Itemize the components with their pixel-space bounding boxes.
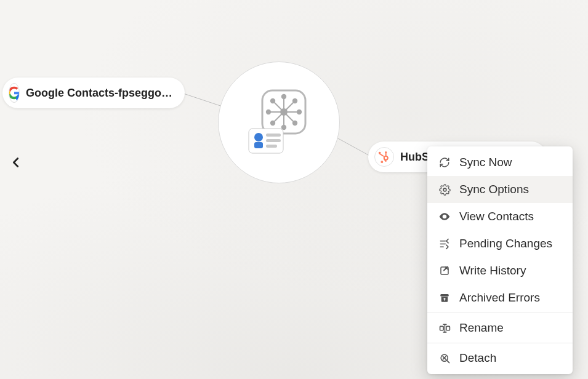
menu-item-view-contacts[interactable]: View Contacts [427,203,573,230]
svg-point-17 [271,121,275,125]
svg-point-11 [297,110,301,114]
svg-rect-43 [446,326,449,330]
svg-point-31 [379,152,381,154]
svg-rect-22 [254,142,263,148]
svg-point-35 [443,215,445,217]
svg-rect-42 [440,326,443,330]
menu-item-label: Write History [459,264,526,277]
back-button[interactable] [7,153,25,172]
svg-rect-25 [266,145,277,148]
menu-item-label: Sync Options [459,183,529,196]
node-google-contacts[interactable]: Google Contacts-fpseggo… [2,78,185,108]
svg-point-5 [282,95,286,98]
node-label: HubS [400,151,429,164]
menu-item-label: Pending Changes [459,237,552,250]
google-contacts-icon [9,83,20,103]
diagram-canvas[interactable]: Google Contacts-fpseggo… [0,0,588,379]
svg-rect-24 [266,139,281,142]
node-context-menu: Sync NowSync OptionsView ContactsPending… [427,146,573,374]
menu-item-label: View Contacts [459,210,534,223]
svg-line-1 [332,135,371,156]
svg-line-0 [183,94,224,107]
menu-item-rename[interactable]: Rename [427,314,573,341]
write-history-icon [438,265,451,277]
svg-line-45 [446,360,449,362]
menu-item-label: Sync Now [459,156,512,169]
hub-contacts-icon [245,86,313,159]
menu-item-sync-options[interactable]: Sync Options [427,176,573,203]
menu-separator [427,343,573,343]
menu-item-sync-now[interactable]: Sync Now [427,149,573,176]
menu-separator [427,313,573,313]
svg-point-33 [381,161,383,163]
rename-icon [438,322,451,334]
menu-item-detach[interactable]: Detach [427,345,573,372]
node-label: Google Contacts-fpseggo… [26,87,172,100]
eye-icon [438,210,451,223]
menu-item-pending-changes[interactable]: Pending Changes [427,230,573,257]
svg-point-15 [293,99,297,103]
svg-point-7 [282,126,286,129]
hub-node[interactable] [218,62,340,183]
svg-point-29 [385,151,387,153]
menu-item-archived-errors[interactable]: Archived Errors [427,284,573,311]
menu-item-write-history[interactable]: Write History [427,257,573,284]
svg-point-21 [254,133,263,142]
menu-item-label: Archived Errors [459,291,540,305]
gear-icon [438,183,451,196]
svg-point-13 [271,99,275,103]
sync-icon [438,156,451,169]
archive-icon [438,292,451,304]
svg-point-9 [267,110,270,114]
svg-point-34 [443,188,446,191]
svg-point-19 [293,121,297,125]
menu-item-label: Rename [459,321,504,335]
svg-rect-23 [266,134,281,137]
menu-item-label: Detach [459,351,496,365]
chevron-left-icon [9,156,23,169]
detach-icon [438,352,451,364]
svg-rect-40 [440,294,449,297]
hubspot-icon [374,147,394,167]
svg-point-27 [385,157,387,159]
pending-icon [438,237,451,250]
